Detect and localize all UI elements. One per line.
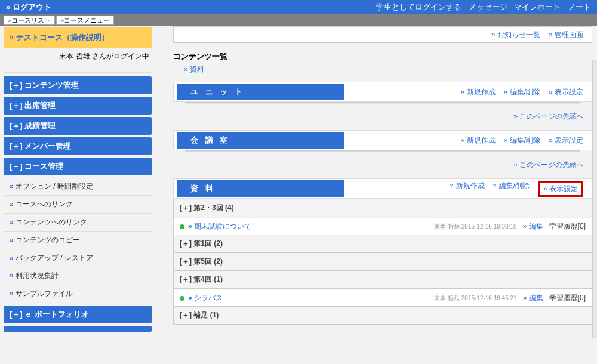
top-links: 学生としてログインする メッセージ マイレポート ノート [371,2,591,13]
chevron-icon: » [10,200,14,208]
sidebar-item-contents-mgmt[interactable]: [＋] コンテンツ管理 [4,76,152,94]
sidebar-item-grade-mgmt[interactable]: [＋] 成績管理 [4,117,152,135]
chevron-icon: » [504,136,508,144]
material-row-syllabus: » シラバス 末本 哲雄 2015-12-16 16:45:21 » 編集 学習… [174,289,592,307]
unit-tab: ユ ニ ッ ト [177,84,344,100]
chevron-icon: » [513,112,518,121]
status-dot-icon [180,224,184,229]
syllabus-link[interactable]: » シラバス [188,293,223,303]
course-title[interactable]: » テストコース（操作説明） [4,27,152,48]
contents-material-link[interactable]: » 資料 [184,63,204,82]
chevron-icon: » [549,88,553,96]
row-history[interactable]: 学習履歴[0] [549,221,586,232]
login-status: 末本 哲雄 さんがログイン中 [4,48,152,73]
breadcrumb-courselist[interactable]: »コースリスト [4,16,55,25]
chevron-icon: » [504,88,508,96]
material-display-link[interactable]: » 表示設定 [538,181,583,197]
material-fold-3[interactable]: [＋] 第5回 (2) [173,252,592,271]
scrollbar[interactable] [592,60,597,338]
material-row-exam: » 期末試験について 末本 哲雄 2015-12-16 19:30:18 » 編… [174,217,592,235]
login-as-student-link[interactable]: 学生としてログインする [376,2,461,11]
chevron-icon: » [184,65,188,73]
logout-link[interactable]: » ログアウト [6,2,51,13]
material-tab: 資 料 [177,180,344,197]
chevron-icon: » [188,294,192,302]
sub-contents-copy[interactable]: » コンテンツのコピー [4,232,152,249]
row-history[interactable]: 学習履歴[0] [549,293,586,303]
chevron-icon: » [10,236,14,244]
sidebar-item-member-mgmt[interactable]: [＋] メンバー管理 [4,137,152,155]
material-fold-5[interactable]: [＋] 補足 (1) [173,306,592,325]
course-mgmt-sublist: » オプション / 時間割設定 » コースへのリンク » コンテンツへのリンク … [4,178,152,303]
unit-new-link[interactable]: » 新規作成 [461,87,496,97]
chevron-icon: » [450,181,454,190]
note-link[interactable]: ノート [568,2,591,11]
material-fold-4[interactable]: [＋] 第4回 (1) [173,270,592,289]
chevron-icon: » [513,161,518,169]
sub-usage[interactable]: » 利用状況集計 [4,267,152,285]
to-top-link-2[interactable]: » このページの先頭へ [173,158,592,178]
material-new-link[interactable]: » 新規作成 [450,181,485,197]
section-unit: ユ ニ ッ ト » 新規作成 » 編集/削除 » 表示設定 [173,82,592,104]
sidebar-item-eportfolio[interactable]: [＋] ｅ ポートフォリオ [4,306,152,323]
chevron-icon: » [10,272,14,280]
meeting-tab: 会 議 室 [177,132,344,149]
chevron-icon: » [10,33,14,42]
chevron-icon: » [188,222,192,230]
exam-link[interactable]: » 期末試験について [188,221,251,232]
chevron-icon: » [10,182,14,190]
info-box: » お知らせ一覧 » 管理画面 [173,26,592,43]
chevron-icon: » [493,181,497,190]
sidebar-item-cut[interactable] [4,326,152,332]
contents-title: コンテンツ一覧 [173,50,592,63]
sub-backup[interactable]: » バックアップ / レストア [4,249,152,267]
chevron-icon: » [6,2,10,11]
unit-edit-link[interactable]: » 編集/削除 [504,87,540,97]
sidebar: » テストコース（操作説明） 末本 哲雄 さんがログイン中 [＋] コンテンツ管… [0,26,155,338]
main-area: » お知らせ一覧 » 管理画面 コンテンツ一覧 » 資料 ユ ニ ッ ト » 新… [155,26,597,338]
row-meta: 末本 哲雄 2015-12-16 19:30:18 [434,223,516,231]
sub-course-link[interactable]: » コースへのリンク [4,196,152,214]
top-bar: » ログアウト 学生としてログインする メッセージ マイレポート ノート [0,0,597,14]
material-fold-1[interactable]: [＋] 第2・3回 (4) [173,199,592,217]
row-meta: 末本 哲雄 2015-12-16 16:45:21 [434,294,516,303]
chevron-icon: » [543,184,547,193]
status-dot-icon [180,296,184,301]
sub-option[interactable]: » オプション / 時間割設定 [4,178,152,196]
news-link[interactable]: » お知らせ一覧 [491,30,540,40]
chevron-icon: » [549,136,553,144]
chevron-icon: » [523,294,527,302]
chevron-icon: » [10,218,14,226]
sidebar-item-course-mgmt[interactable]: [－] コース管理 [4,158,152,175]
row-edit-link[interactable]: » 編集 [523,293,543,303]
to-top-link-1[interactable]: » このページの先頭へ [173,109,592,130]
row-edit-link[interactable]: » 編集 [523,221,543,232]
admin-link[interactable]: » 管理画面 [549,30,583,40]
sub-sample[interactable]: » サンプルファイル [4,285,152,303]
sidebar-item-attendance-mgmt[interactable]: [＋] 出席管理 [4,97,152,115]
material-fold-2[interactable]: [＋] 第1回 (2) [173,235,592,253]
chevron-icon: » [10,289,14,298]
messages-link[interactable]: メッセージ [469,2,507,11]
chevron-icon: » [10,254,14,262]
chevron-icon: » [461,136,465,144]
material-panel: [＋] 第2・3回 (4) » 期末試験について 末本 哲雄 2015-12-1… [173,199,592,325]
chevron-icon: » [491,30,496,39]
chevron-icon: » [523,222,527,230]
myreport-link[interactable]: マイレポート [514,2,561,11]
section-material: 資 料 » 新規作成 » 編集/削除 » 表示設定 [＋] 第2・3回 (4) … [173,178,592,325]
chevron-icon: » [549,30,553,39]
breadcrumb-coursemenu[interactable]: »コースメニュー [56,16,114,25]
breadcrumb: »コースリスト »コースメニュー [0,14,597,26]
unit-display-link[interactable]: » 表示設定 [549,87,583,97]
sub-contents-link[interactable]: » コンテンツへのリンク [4,214,152,232]
chevron-icon: » [461,88,465,96]
meeting-new-link[interactable]: » 新規作成 [461,135,496,146]
section-meeting: 会 議 室 » 新規作成 » 編集/削除 » 表示設定 [173,130,592,153]
meeting-display-link[interactable]: » 表示設定 [549,135,583,146]
material-edit-link[interactable]: » 編集/削除 [493,181,530,197]
meeting-edit-link[interactable]: » 編集/削除 [504,135,540,146]
